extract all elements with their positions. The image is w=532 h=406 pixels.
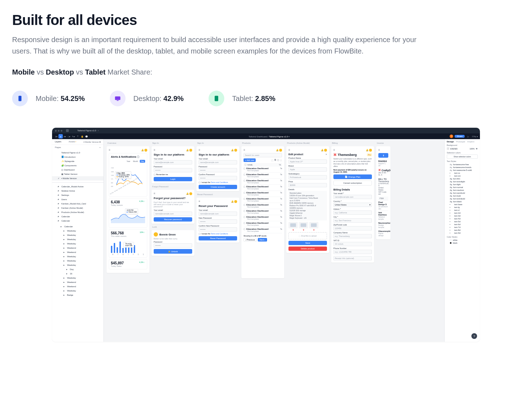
table-row[interactable]: Education DashboardTaHtml templates [244, 209, 282, 215]
text-style-item[interactable]: •text-sm [447, 174, 478, 177]
company-field[interactable]: e.g. Themesberg [333, 234, 372, 238]
table-row[interactable]: Education DashboardTaHtml templates [244, 203, 282, 209]
move-tool[interactable]: ▸ [58, 134, 63, 138]
user-avatar[interactable]: T [450, 135, 453, 138]
page-item[interactable]: ▦ Tablet Version [52, 172, 103, 176]
layer-tree-item[interactable]: ▸Weekend [52, 250, 103, 254]
price-field[interactable]: $2999 [288, 183, 327, 187]
text-style-item[interactable]: •text-4xl [447, 217, 478, 220]
change-plan-button[interactable]: 📄 Change Plan [333, 174, 372, 179]
brand-field[interactable]: Apple [288, 167, 327, 172]
vat-field[interactable]: XX 12121 [333, 242, 372, 246]
trash-icon[interactable]: 🗑 [274, 159, 276, 162]
text-style-item[interactable]: •text-8xl [447, 229, 478, 232]
burger-icon[interactable]: ≡ [154, 148, 155, 152]
zoom-level[interactable]: 77% ▾ [472, 135, 478, 138]
page-item[interactable]: 📘 Introduction [52, 155, 103, 159]
layer-item[interactable]: #Calendar [52, 219, 103, 223]
product-name-field[interactable]: Apple Imac 27" [288, 159, 327, 164]
layer-tree-item[interactable]: ▸Weekday [52, 229, 103, 233]
table-row[interactable]: Education DashboardTaHtml templates [244, 173, 282, 179]
text-style-item[interactable]: •text-9xl [447, 232, 478, 234]
layer-item[interactable]: #Kanban_Modal-Add_Card [52, 202, 103, 206]
text-style-item[interactable]: Agfont-normal [447, 186, 478, 189]
help-button[interactable]: ? [471, 333, 477, 339]
search-input[interactable]: Search for users [244, 153, 282, 157]
page-item[interactable]: ◫ Dashboard [52, 168, 103, 172]
phone-field[interactable]: e.g. +(12)3456 789 [333, 250, 372, 254]
layer-item[interactable]: #Calendar [52, 214, 103, 219]
figma-canvas[interactable]: Overview ≡🔔 Alerts & Notifications ⓘ Yea… [104, 139, 444, 342]
table-row[interactable]: Education DashboardTaHtml templates [244, 179, 282, 185]
layer-tree-item[interactable]: ▸Weekend [52, 280, 103, 284]
save-button[interactable]: Save [288, 241, 327, 245]
page-item[interactable]: Tailwind Figma v1.0 [52, 151, 103, 155]
comment-tool[interactable]: 💬 [84, 134, 88, 138]
text-style-item[interactable]: Agfont-light [447, 183, 478, 186]
tab-layers[interactable]: Layers [55, 141, 61, 143]
tab-assets[interactable]: Assets [69, 141, 76, 143]
more-icon[interactable]: ⋮ [280, 159, 282, 162]
visibility-icon[interactable]: 👁 [476, 148, 478, 150]
text-style-item[interactable]: •text-xs [447, 172, 478, 174]
text-style-item[interactable]: •text-5xl [447, 220, 478, 223]
background-color-row[interactable]: E5E5E5 100% 👁 [447, 147, 478, 150]
email-field[interactable]: name@example.com [154, 160, 192, 164]
traffic-lights[interactable] [55, 130, 62, 132]
page-item[interactable]: ✓▪ Mobile Version [52, 176, 103, 181]
product-image[interactable] [299, 222, 308, 228]
table-row[interactable]: Education DashboardTaHtml templates [244, 215, 282, 221]
delete-image-icon[interactable]: 🗑 [288, 229, 298, 231]
next-button[interactable]: Next › [258, 238, 267, 242]
show-selection-colors-button[interactable]: Show selection colors [447, 154, 478, 159]
layer-tree-item[interactable]: ▸16 [52, 271, 103, 276]
text-style-item[interactable]: •text-2xl [447, 212, 478, 214]
city-field[interactable]: e.g. San Francisco [333, 218, 372, 223]
tab-inspect[interactable]: Inspect [467, 141, 474, 143]
present-icon[interactable]: ▷ [466, 134, 470, 138]
add-page-button[interactable]: + [99, 146, 101, 148]
subcategory-field[interactable]: Pc/Notebook [288, 175, 327, 179]
page-selector[interactable]: ▪ Mobile Version ▾ [83, 141, 101, 143]
layer-tree-item[interactable]: ▸Weekday [52, 259, 103, 263]
text-style-item[interactable]: Agfont-medium [447, 189, 478, 192]
font-style-item[interactable]: Agfontawesome-free [447, 163, 478, 166]
bell-icon[interactable]: 🔔 [141, 149, 144, 152]
text-style-item[interactable]: •text-base [447, 203, 478, 206]
layer-tree-item[interactable]: ▸Weekday [52, 237, 103, 242]
table-row[interactable]: Education DashboardTaHtml templates [244, 197, 282, 203]
remember-checkbox[interactable] [154, 174, 155, 176]
menu-icon[interactable]: ≡▾ [54, 134, 58, 138]
layer-tree-item[interactable]: ▸Weekday [52, 276, 103, 280]
pen-tool[interactable]: ✎▾ [71, 134, 76, 138]
frame-tool[interactable]: #▾ [63, 134, 67, 138]
layer-tree-item[interactable]: ▸Day [52, 267, 103, 271]
password-field[interactable]: •••••••• [154, 168, 192, 172]
page-item[interactable]: 🧩 Components [52, 163, 103, 168]
password-field[interactable]: •••••••• [199, 168, 237, 172]
table-row[interactable]: Education DashboardTaHtml templates [244, 191, 282, 197]
reset-password-button[interactable]: Reset Password [199, 236, 237, 240]
layer-tree-item[interactable]: ▸Badge [52, 293, 103, 297]
text-style-item[interactable]: •text-xl [447, 209, 478, 212]
font-style-item[interactable]: Agfont-awesome-5-solid [447, 169, 478, 172]
layer-item[interactable]: #Settings [52, 193, 103, 197]
cancel-subscription-button[interactable]: Cancel subscription [333, 181, 372, 186]
layer-item[interactable]: #Kanban (Active Modal) [52, 206, 103, 210]
unlock-button[interactable]: 🔒 Unlock [154, 249, 192, 254]
font-style-item[interactable]: Agfontawesome-brands [447, 166, 478, 169]
tab-design[interactable]: Design [447, 141, 454, 143]
export-icon[interactable]: ⬚ [271, 159, 273, 162]
text-style-item[interactable]: •text-7xl [447, 226, 478, 229]
text-style-item[interactable]: Agfont-bold [447, 194, 478, 197]
text-tool[interactable]: T [76, 134, 80, 138]
avatar[interactable] [144, 149, 147, 152]
share-button[interactable]: Share [455, 135, 465, 138]
layer-tree-item[interactable]: ▸Weekday [52, 242, 103, 246]
layer-item[interactable]: #Sidebar Active [52, 189, 103, 193]
layer-item[interactable]: #Products (Active Modal) [52, 210, 103, 214]
layer-tree-item[interactable]: ▸Weekday [52, 254, 103, 259]
text-style-item[interactable]: •text-3xl [447, 214, 478, 217]
text-style-item[interactable]: Agfont-semibold [447, 192, 478, 194]
lock-password-field[interactable]: •••••••• [154, 243, 192, 248]
